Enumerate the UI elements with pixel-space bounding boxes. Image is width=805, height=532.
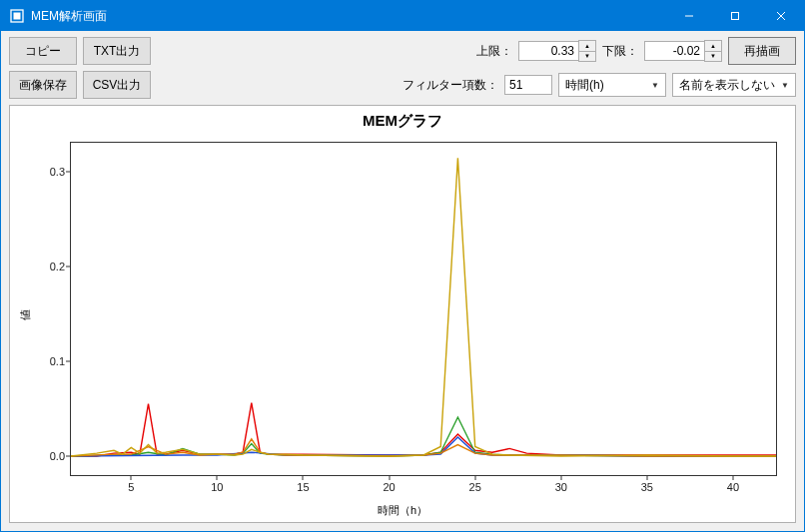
x-tick-label: 20	[383, 475, 395, 493]
filter-count-input[interactable]	[504, 75, 552, 95]
spin-down-icon[interactable]: ▼	[705, 52, 721, 62]
svg-rect-1	[14, 13, 21, 20]
series-orange	[71, 439, 776, 456]
x-tick-label: 15	[297, 475, 309, 493]
redraw-button[interactable]: 再描画	[728, 37, 796, 65]
plot-area: 0.00.10.20.3510152025303540	[70, 142, 777, 476]
upper-limit-input[interactable]: ▲ ▼	[518, 40, 596, 62]
application-window: MEM解析画面 コピー TXT出力 上限： ▲ ▼	[0, 0, 805, 532]
chart-title: MEMグラフ	[10, 112, 795, 131]
lower-limit-field[interactable]	[644, 41, 704, 61]
x-tick-label: 25	[469, 475, 481, 493]
minimize-button[interactable]	[666, 1, 712, 31]
titlebar: MEM解析画面	[1, 1, 804, 31]
name-display-value: 名前を表示しない	[679, 77, 777, 94]
chevron-down-icon: ▼	[777, 74, 793, 96]
upper-limit-label: 上限：	[476, 43, 512, 60]
y-tick-label: 0.2	[50, 261, 71, 272]
y-tick-label: 0.0	[50, 450, 71, 462]
x-axis-label: 時間（h）	[10, 503, 795, 518]
lower-limit-label: 下限：	[602, 43, 638, 60]
upper-limit-field[interactable]	[518, 41, 578, 61]
toolbar: コピー TXT出力 上限： ▲ ▼ 下限： ▲ ▼	[1, 31, 804, 101]
x-tick-label: 5	[128, 475, 134, 493]
xaxis-unit-value: 時間(h)	[565, 77, 647, 94]
x-tick-label: 35	[641, 475, 653, 493]
y-axis-label: 値	[18, 308, 33, 319]
spin-down-icon[interactable]: ▼	[579, 52, 595, 62]
csv-export-button[interactable]: CSV出力	[83, 71, 151, 99]
spin-up-icon[interactable]: ▲	[579, 41, 595, 52]
x-tick-label: 40	[727, 475, 739, 493]
series-red	[71, 403, 776, 456]
name-display-select[interactable]: 名前を表示しない ▼	[672, 73, 796, 97]
xaxis-unit-select[interactable]: 時間(h) ▼	[558, 73, 666, 97]
chevron-down-icon: ▼	[647, 74, 663, 96]
x-tick-label: 30	[555, 475, 567, 493]
filter-count-label: フィルター項数：	[402, 77, 498, 94]
series-gold	[71, 158, 776, 456]
app-icon	[9, 8, 25, 24]
spin-up-icon[interactable]: ▲	[705, 41, 721, 52]
svg-rect-2	[732, 13, 739, 20]
copy-button[interactable]: コピー	[9, 37, 77, 65]
txt-export-button[interactable]: TXT出力	[83, 37, 151, 65]
chart-panel: MEMグラフ 値 時間（h） 0.00.10.20.35101520253035…	[9, 105, 796, 523]
window-title: MEM解析画面	[31, 8, 107, 25]
x-tick-label: 10	[211, 475, 223, 493]
close-button[interactable]	[758, 1, 804, 31]
y-tick-label: 0.1	[50, 355, 71, 367]
lower-limit-input[interactable]: ▲ ▼	[644, 40, 722, 62]
chart-lines	[71, 143, 776, 475]
image-save-button[interactable]: 画像保存	[9, 71, 77, 99]
maximize-button[interactable]	[712, 1, 758, 31]
y-tick-label: 0.3	[50, 166, 71, 178]
